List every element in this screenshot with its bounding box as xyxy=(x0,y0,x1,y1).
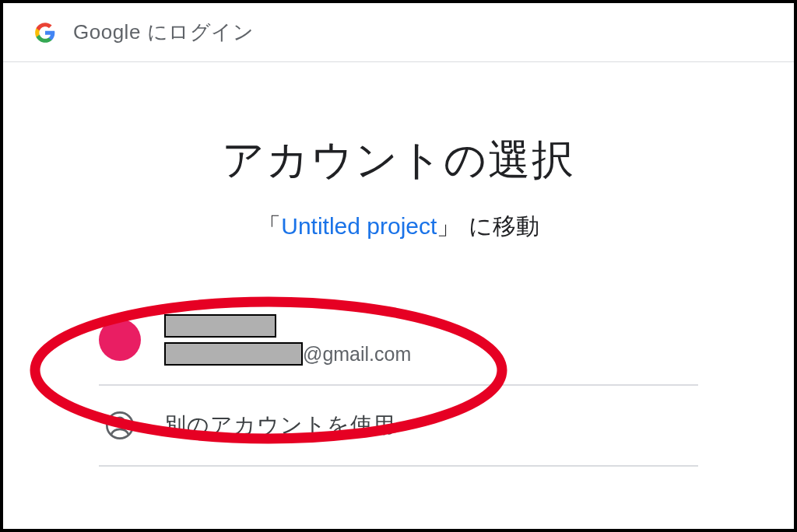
avatar xyxy=(99,319,141,361)
header-title: Google にログイン xyxy=(73,19,254,46)
svg-point-1 xyxy=(116,418,125,426)
account-email-domain: @gmail.com xyxy=(303,343,411,366)
account-name-redacted xyxy=(164,314,276,338)
bracket-open: 「 xyxy=(258,213,281,239)
header: Google にログイン xyxy=(3,3,794,62)
use-other-account-row[interactable]: 別のアカウントを使用 xyxy=(99,386,698,467)
account-email-redacted xyxy=(164,342,303,366)
account-text: @gmail.com xyxy=(164,314,411,366)
content: アカウントの選択 「Untitled project」 に移動 @gmail.c… xyxy=(3,62,794,467)
subtitle-suffix: に移動 xyxy=(469,213,539,239)
bracket-close: 」 xyxy=(437,213,460,239)
google-logo-icon xyxy=(34,22,56,44)
page-title: アカウントの選択 xyxy=(3,132,794,189)
account-email: @gmail.com xyxy=(164,342,411,366)
use-other-account-label: 別のアカウントを使用 xyxy=(164,411,395,440)
project-link[interactable]: Untitled project xyxy=(281,213,437,239)
subtitle: 「Untitled project」 に移動 xyxy=(3,211,794,243)
account-list: @gmail.com 別のアカウントを使用 xyxy=(99,296,698,467)
person-icon xyxy=(99,404,141,446)
account-row[interactable]: @gmail.com xyxy=(99,296,698,386)
